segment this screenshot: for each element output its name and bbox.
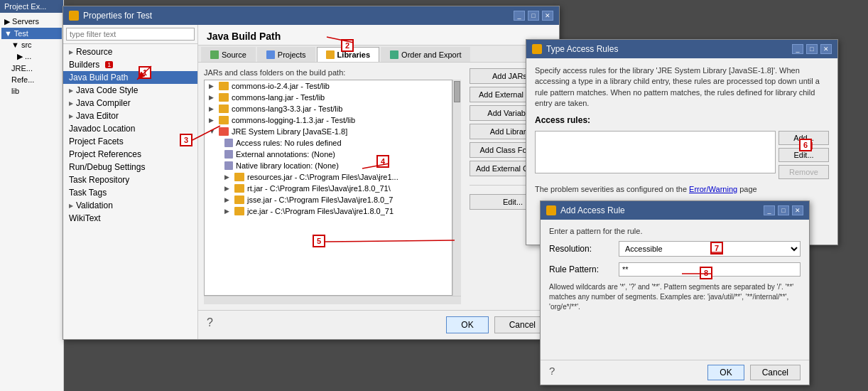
add-access-rule-dialog: Add Access Rule _ □ ✕ Enter a pattern fo…	[540, 200, 810, 385]
list-item[interactable]: ▶ jsse.jar - C:\Program Files\Java\jre1.…	[205, 194, 452, 205]
jar-list-wrapper: ▶ commons-io-2.4.jar - Test/lib ▶ common…	[204, 80, 461, 296]
sidebar-item-java-compiler[interactable]: Java Compiler	[63, 97, 197, 109]
pe-ref[interactable]: Refe...	[1, 74, 62, 85]
add-rule-ok-button[interactable]: OK	[707, 365, 744, 380]
filter-input[interactable]	[66, 28, 195, 41]
list-item[interactable]: ▶ commons-lang3-3.3.jar - Test/lib	[205, 103, 452, 114]
close-button[interactable]: ✕	[542, 11, 553, 21]
settings-sidebar: Resource Builders 1 Java Build Path Java…	[63, 25, 198, 339]
pe-servers[interactable]: ▶ Servers	[1, 16, 62, 28]
add-rule-titlebar-controls: _ □ ✕	[764, 205, 803, 215]
expand-icon: ▶	[209, 105, 216, 112]
access-rules-list[interactable]	[535, 131, 776, 173]
add-rule-minimize-button[interactable]: _	[764, 205, 775, 215]
error-warning-link[interactable]: Error/Warning	[689, 185, 737, 193]
sidebar-item-java-editor[interactable]: Java Editor	[63, 109, 197, 122]
native-text: Native library location: (None)	[236, 161, 339, 170]
sidebar-item-builders[interactable]: Builders 1	[63, 58, 197, 71]
access-maximize-button[interactable]: □	[806, 44, 818, 54]
sidebar-item-resource[interactable]: Resource	[63, 45, 197, 58]
list-item-native[interactable]: Native library location: (None)	[205, 160, 452, 171]
pe-jre[interactable]: JRE...	[1, 63, 62, 74]
access-close-button[interactable]: ✕	[820, 44, 832, 54]
annotation-4: 4	[376, 155, 389, 168]
tab-order-export[interactable]: Order and Export	[381, 47, 470, 62]
resolution-label: Resolution:	[549, 244, 613, 254]
jar-name: commons-lang.jar - Test/lib	[232, 93, 325, 102]
jar-list-container: JARs and class folders on the build path…	[198, 63, 467, 310]
access-minimize-button[interactable]: _	[792, 44, 803, 54]
sidebar-item-project-references[interactable]: Project References	[63, 148, 197, 161]
access-rules-titlebar: Type Access Rules _ □ ✕	[526, 40, 837, 58]
tab-projects[interactable]: Projects	[257, 47, 315, 62]
jar-name: jce.jar - C:\Program Files\Java\jre1.8.0…	[247, 207, 394, 215]
maximize-button[interactable]: □	[528, 11, 539, 21]
access-rules-title: Type Access Rules	[546, 44, 618, 54]
add-rule-cancel-button[interactable]: Cancel	[750, 365, 801, 380]
sidebar-item-project-facets[interactable]: Project Facets	[63, 135, 197, 148]
jar-list-scrollbar[interactable]	[452, 80, 461, 296]
sidebar-item-java-code-style[interactable]: Java Code Style	[63, 84, 197, 97]
list-item[interactable]: ▶ rt.jar - C:\Program Files\Java\jre1.8.…	[205, 183, 452, 194]
tab-projects-label: Projects	[278, 50, 306, 59]
list-item[interactable]: ▶ commons-io-2.4.jar - Test/lib	[205, 80, 452, 92]
access-rules-section: Add... Edit... Remove	[535, 131, 829, 179]
projects-tab-icon	[266, 50, 275, 59]
add-rule-titlebar: Add Access Rule _ □ ✕	[541, 201, 809, 220]
sidebar-item-task-tags[interactable]: Task Tags	[63, 186, 197, 199]
add-rule-maximize-button[interactable]: □	[778, 205, 789, 215]
jar-icon	[234, 196, 244, 204]
add-rule-title: Add Access Rule	[560, 205, 625, 215]
expand-icon: ▼	[209, 128, 216, 135]
ext-ann-icon	[224, 150, 233, 159]
jar-name: commons-io-2.4.jar - Test/lib	[232, 82, 330, 90]
expand-icon: ▶	[224, 185, 232, 192]
rule-pattern-hint: Allowed wildcards are '*', '?' and '**'.…	[549, 282, 801, 312]
jar-list[interactable]: ▶ commons-io-2.4.jar - Test/lib ▶ common…	[204, 80, 452, 296]
list-item-jre[interactable]: ▼ JRE System Library [JavaSE-1.8]	[205, 126, 452, 137]
ok-button[interactable]: OK	[446, 316, 488, 333]
list-item-access-rules[interactable]: Access rules: No rules defined	[205, 137, 452, 149]
pe-src[interactable]: ▼ src	[1, 39, 62, 50]
main-content-area: Java Build Path Source Projects Librarie…	[198, 25, 559, 339]
list-item[interactable]: ▶ commons-logging-1.1.3.jar - Test/lib	[205, 114, 452, 126]
jar-name: commons-logging-1.1.3.jar - Test/lib	[232, 116, 355, 124]
list-item[interactable]: ▶ commons-lang.jar - Test/lib	[205, 92, 452, 103]
help-button[interactable]: ?	[207, 316, 213, 333]
sidebar-item-validation[interactable]: Validation	[63, 199, 197, 212]
jar-icon	[219, 105, 229, 113]
sidebar-item-task-repository[interactable]: Task Repository	[63, 173, 197, 186]
jre-icon	[219, 127, 229, 136]
add-rule-description: Enter a pattern for the rule.	[549, 227, 801, 235]
remove-access-rule-button[interactable]: Remove	[779, 165, 829, 179]
list-item[interactable]: ▶ resources.jar - C:\Program Files\Java\…	[205, 171, 452, 183]
annotation-3: 3	[180, 134, 192, 146]
expand-icon: ▶	[224, 208, 232, 215]
list-item[interactable]: ▶ jce.jar - C:\Program Files\Java\jre1.8…	[205, 205, 452, 217]
add-rule-close-button[interactable]: ✕	[792, 205, 803, 215]
sidebar-item-run-debug[interactable]: Run/Debug Settings	[63, 161, 197, 173]
scrollbar-thumb	[454, 81, 460, 102]
expand-icon: ▶	[209, 82, 216, 90]
list-item-ext-annotations[interactable]: External annotations: (None)	[205, 149, 452, 160]
builders-badge: 1	[105, 61, 113, 68]
pe-test[interactable]: ▼ Test	[1, 28, 62, 39]
properties-title: Properties for Test	[83, 11, 152, 21]
sidebar-item-java-build-path[interactable]: Java Build Path	[63, 71, 197, 84]
expand-icon: ▶	[209, 94, 216, 101]
properties-titlebar: Properties for Test _ □ ✕	[63, 6, 559, 25]
sidebar-item-wikitext[interactable]: WikiText	[63, 212, 197, 225]
horizontal-scrollbar[interactable]	[204, 296, 461, 304]
pe-lib[interactable]: lib	[1, 85, 62, 97]
resolution-select[interactable]: Accessible Discouraged Non Accessible	[619, 241, 801, 257]
annotation-2: 2	[341, 39, 354, 52]
expand-icon: ▶	[209, 117, 216, 124]
pe-src-item[interactable]: ▶ ...	[1, 50, 62, 63]
minimize-button[interactable]: _	[514, 11, 525, 21]
expand-icon: ▶	[224, 196, 232, 203]
jar-icon	[219, 93, 229, 102]
native-icon	[224, 161, 233, 170]
tab-source[interactable]: Source	[201, 47, 256, 62]
add-rule-help-button[interactable]: ?	[549, 365, 555, 380]
sidebar-item-javadoc[interactable]: Javadoc Location	[63, 122, 197, 135]
